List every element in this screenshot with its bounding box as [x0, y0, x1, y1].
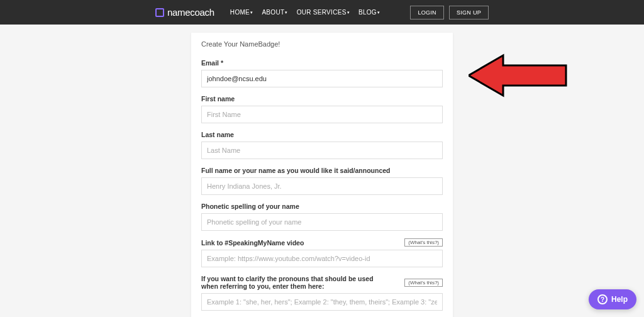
email-field[interactable] [201, 70, 443, 87]
lastname-label: Last name [201, 131, 443, 138]
login-button[interactable]: LOGIN [410, 6, 444, 19]
chevron-down-icon: ▾ [250, 10, 253, 15]
phonetic-label: Phonetic spelling of your name [201, 203, 443, 210]
firstname-field[interactable] [201, 106, 443, 123]
chevron-down-icon: ▾ [285, 10, 287, 15]
fullname-label: Full name or your name as you would like… [201, 167, 443, 174]
namebadge-form: Create Your NameBadge! Email * First nam… [191, 33, 453, 317]
email-label: Email * [201, 59, 443, 67]
pronouns-label: If you want to clarify the pronouns that… [201, 275, 384, 290]
annotation-arrow-icon [469, 50, 569, 101]
nav-about[interactable]: ABOUT▾ [262, 9, 287, 16]
lastname-field[interactable] [201, 142, 443, 159]
logo-icon [155, 8, 164, 17]
pronouns-field[interactable] [201, 293, 443, 311]
nav-blog[interactable]: BLOG▾ [358, 9, 380, 16]
help-widget[interactable]: ? Help [589, 289, 636, 309]
nav-home[interactable]: HOME▾ [230, 9, 253, 16]
help-label: Help [611, 295, 628, 304]
logo[interactable]: namecoach [155, 7, 214, 18]
chevron-down-icon: ▾ [347, 10, 350, 15]
form-title: Create Your NameBadge! [191, 33, 453, 55]
logo-text: namecoach [167, 7, 214, 18]
fullname-field[interactable] [201, 177, 443, 195]
whats-this-pronouns-button[interactable]: (What's this?) [404, 279, 443, 287]
svg-marker-0 [469, 55, 566, 96]
whats-this-video-button[interactable]: (What's this?) [404, 238, 443, 247]
firstname-label: First name [201, 95, 443, 103]
nav-services[interactable]: OUR SERVICES▾ [297, 9, 350, 16]
video-link-field[interactable] [201, 250, 443, 267]
chevron-down-icon: ▾ [377, 10, 380, 15]
main-nav: HOME▾ ABOUT▾ OUR SERVICES▾ BLOG▾ [230, 9, 380, 16]
phonetic-field[interactable] [201, 213, 443, 231]
signup-button[interactable]: SIGN UP [449, 6, 489, 19]
help-icon: ? [597, 294, 608, 304]
video-label: Link to #SpeakingMyName video [201, 239, 304, 247]
